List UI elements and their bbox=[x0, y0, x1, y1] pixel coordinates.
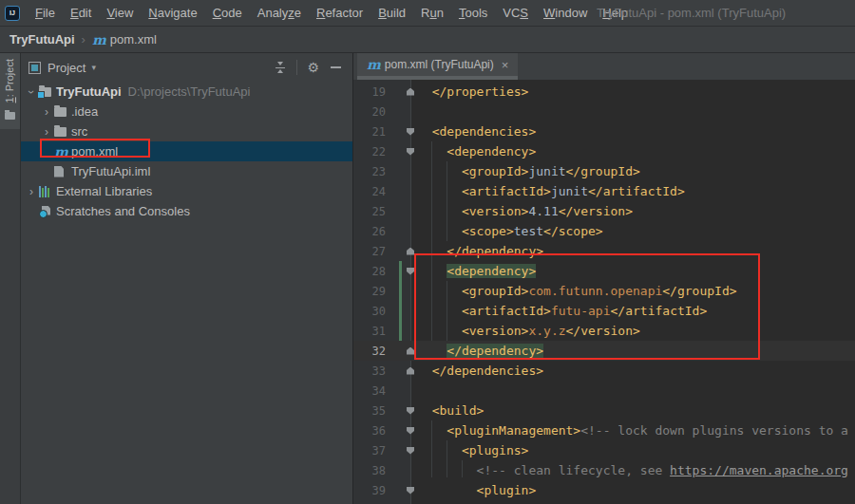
code-line[interactable]: 37 <plugins> bbox=[353, 440, 855, 460]
menu-navigate[interactable]: Navigate bbox=[141, 6, 204, 20]
fold-column bbox=[386, 440, 417, 460]
code-line[interactable]: 19 </properties> bbox=[353, 82, 855, 102]
tab-pom-xml[interactable]: m pom.xml (TryFutuApi) × bbox=[357, 53, 518, 80]
fold-down-icon[interactable] bbox=[407, 148, 414, 156]
fold-down-icon[interactable] bbox=[407, 427, 414, 435]
code-line[interactable]: 30 <artifactId>futu-api</artifactId> bbox=[353, 301, 855, 321]
fold-column bbox=[386, 321, 417, 341]
line-number: 25 bbox=[353, 205, 386, 218]
collapse-all-icon[interactable] bbox=[274, 61, 287, 74]
code-lines: 19 </properties>2021 <dependencies>22 <d… bbox=[353, 82, 855, 504]
fold-down-icon[interactable] bbox=[407, 487, 414, 495]
breadcrumb-file[interactable]: pom.xml bbox=[110, 32, 157, 47]
tree-item-iml[interactable]: TryFutuApi.iml bbox=[21, 161, 352, 181]
code-line[interactable]: 36 <pluginManagement><!-- lock down plug… bbox=[353, 420, 855, 440]
menu-edit[interactable]: Edit bbox=[63, 6, 99, 20]
ide-window: { "window": { "title": "TryFutuApi - pom… bbox=[0, 0, 855, 504]
chevron-collapsed-icon[interactable]: › bbox=[39, 105, 54, 119]
menu-analyze[interactable]: Analyze bbox=[250, 6, 309, 20]
code-line[interactable]: 22 <dependency> bbox=[353, 141, 855, 161]
project-folder-icon bbox=[39, 87, 51, 97]
code-token bbox=[417, 264, 446, 278]
tree-item-idea[interactable]: › .idea bbox=[21, 102, 352, 121]
tree-item-scratches[interactable]: Scratches and Consoles bbox=[21, 201, 352, 221]
tree-item-pom[interactable]: m pom.xml bbox=[21, 141, 352, 161]
menu-refactor[interactable]: Refactor bbox=[309, 6, 370, 20]
menu-run[interactable]: Run bbox=[413, 6, 451, 20]
code-line[interactable]: 25 <version>4.11</version> bbox=[353, 201, 855, 221]
fold-down-icon[interactable] bbox=[407, 268, 414, 275]
code-line[interactable]: 35 <build> bbox=[353, 401, 855, 420]
code-line[interactable]: 33 </dependencies> bbox=[353, 361, 855, 381]
code-token: </scope> bbox=[543, 224, 603, 238]
tree-item-src[interactable]: › src bbox=[21, 121, 352, 141]
menu-tools[interactable]: Tools bbox=[451, 6, 495, 20]
menu-vcs[interactable]: VCS bbox=[495, 6, 536, 20]
code-text: <groupId>junit</groupId> bbox=[417, 164, 640, 178]
code-token: <dependency> bbox=[417, 144, 536, 159]
tree-item-external-libraries[interactable]: › External Libraries bbox=[21, 181, 352, 201]
menu-file[interactable]: File bbox=[28, 6, 63, 20]
code-line[interactable]: 31 <version>x.y.z</version> bbox=[353, 321, 855, 341]
code-line[interactable]: 28 <dependency> bbox=[353, 261, 855, 281]
line-number: 38 bbox=[353, 464, 386, 477]
hide-panel-icon[interactable] bbox=[331, 66, 341, 68]
project-panel-title[interactable]: Project bbox=[48, 61, 86, 75]
gear-icon[interactable]: ⚙ bbox=[307, 61, 319, 74]
code-token: <artifactId> bbox=[417, 304, 551, 318]
code-line[interactable]: 40 <artifactId>maven-clean-plugin</artif… bbox=[353, 500, 855, 504]
code-editor[interactable]: 19 </properties>2021 <dependencies>22 <d… bbox=[353, 80, 855, 504]
code-text: <plugins> bbox=[417, 443, 528, 457]
line-number: 30 bbox=[353, 305, 386, 318]
chevron-collapsed-icon[interactable]: › bbox=[24, 185, 39, 198]
line-number: 35 bbox=[353, 404, 386, 418]
code-line[interactable]: 32 </dependency> bbox=[353, 341, 855, 361]
code-line[interactable]: 27 </dependency> bbox=[353, 241, 855, 261]
fold-column bbox=[386, 141, 417, 161]
code-line[interactable]: 38 <!-- clean lifecycle, see https://mav… bbox=[353, 460, 855, 480]
code-line[interactable]: 34 bbox=[353, 381, 855, 401]
code-line[interactable]: 29 <groupId>com.futunn.openapi</groupId> bbox=[353, 281, 855, 301]
menu-build[interactable]: Build bbox=[370, 6, 413, 20]
module-file-icon bbox=[54, 166, 64, 177]
folder-icon bbox=[54, 107, 66, 117]
line-number: 23 bbox=[353, 165, 386, 178]
code-line[interactable]: 20 bbox=[353, 102, 855, 121]
fold-up-icon[interactable] bbox=[407, 88, 414, 96]
close-icon[interactable]: × bbox=[502, 59, 509, 71]
breadcrumb-project[interactable]: TryFutuApi bbox=[10, 32, 75, 47]
code-token: <build> bbox=[417, 403, 484, 418]
fold-column bbox=[386, 480, 417, 500]
fold-column bbox=[386, 102, 417, 121]
fold-up-icon[interactable] bbox=[407, 347, 414, 355]
menu-window[interactable]: Window bbox=[536, 6, 595, 20]
code-line[interactable]: 39 <plugin> bbox=[353, 480, 855, 500]
fold-down-icon[interactable] bbox=[407, 447, 414, 455]
code-token: <plugin> bbox=[417, 483, 536, 497]
fold-column bbox=[386, 420, 417, 440]
fold-down-icon[interactable] bbox=[407, 407, 414, 415]
project-tool-button[interactable]: 1: Project bbox=[0, 53, 20, 129]
maven-icon: m bbox=[367, 58, 381, 71]
code-text: </dependency> bbox=[417, 344, 543, 358]
chevron-down-icon[interactable]: ▾ bbox=[91, 63, 96, 72]
fold-down-icon[interactable] bbox=[407, 128, 414, 136]
code-text: <artifactId>junit</artifactId> bbox=[417, 184, 685, 198]
chevron-expanded-icon[interactable]: › bbox=[25, 84, 38, 100]
code-line[interactable]: 26 <scope>test</scope> bbox=[353, 221, 855, 241]
menu-view[interactable]: View bbox=[99, 6, 141, 20]
chevron-collapsed-icon[interactable]: › bbox=[39, 125, 54, 139]
fold-up-icon[interactable] bbox=[407, 367, 414, 375]
code-line[interactable]: 23 <groupId>junit</groupId> bbox=[353, 161, 855, 181]
intellij-logo-icon: IJ bbox=[5, 6, 20, 21]
code-token: <artifactId> bbox=[417, 184, 551, 198]
fold-up-icon[interactable] bbox=[407, 248, 414, 255]
code-line[interactable]: 24 <artifactId>junit</artifactId> bbox=[353, 181, 855, 201]
code-text: <dependencies> bbox=[417, 124, 536, 139]
project-tool-folder-icon bbox=[5, 112, 15, 120]
editor-area: m pom.xml (TryFutuApi) × 19 </properties… bbox=[353, 53, 855, 504]
code-line[interactable]: 21 <dependencies> bbox=[353, 121, 855, 141]
menu-code[interactable]: Code bbox=[205, 6, 250, 20]
code-token: <groupId> bbox=[417, 284, 528, 298]
tree-item-root[interactable]: › TryFutuApi D:\projects\TryFutuApi bbox=[21, 82, 352, 102]
